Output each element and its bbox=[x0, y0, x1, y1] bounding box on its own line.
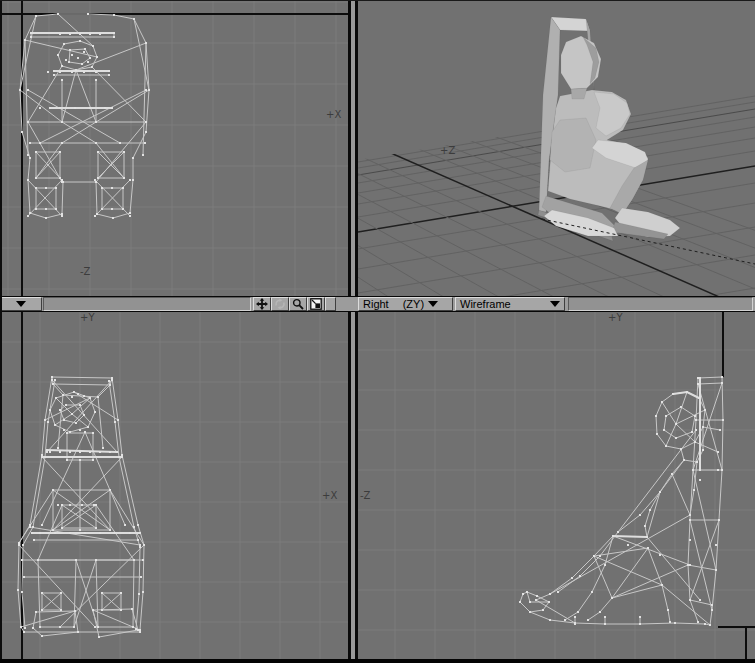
viewport-top[interactable]: +X-Z bbox=[0, 0, 348, 296]
next-toolbar-edge bbox=[0, 659, 755, 663]
window-edge bbox=[0, 0, 2, 663]
viewport-right[interactable]: +Y-Z bbox=[358, 312, 755, 659]
axis-label: +Z bbox=[440, 145, 455, 156]
magnifier-icon bbox=[292, 298, 304, 310]
move-icon bbox=[256, 298, 268, 310]
viewport-background bbox=[358, 312, 755, 659]
render-mode-dropdown[interactable]: Wireframe bbox=[455, 297, 565, 311]
axis-label: +Y bbox=[80, 312, 95, 323]
move-tool-button[interactable] bbox=[253, 297, 271, 311]
dropdown-arrow-icon bbox=[16, 301, 26, 307]
viewport-background bbox=[0, 312, 348, 659]
viewport-back[interactable]: +Y+X bbox=[0, 312, 348, 659]
view-type-label: Right bbox=[363, 298, 389, 310]
window-edge bbox=[0, 0, 755, 1]
rotate-icon bbox=[274, 298, 286, 310]
viewport-splitter[interactable] bbox=[348, 0, 358, 659]
render-mode-label: Wireframe bbox=[460, 298, 511, 310]
axis-label: -Z bbox=[80, 266, 91, 277]
axis-label: -Z bbox=[360, 490, 371, 501]
axis-label: +X bbox=[326, 109, 341, 120]
viewport-perspective[interactable]: +Z bbox=[358, 0, 755, 296]
axis-label: +Y bbox=[608, 312, 623, 323]
viewport-title-bar[interactable] bbox=[43, 297, 251, 311]
viewport-title-bar[interactable] bbox=[568, 297, 753, 311]
maximize-pane-button[interactable] bbox=[307, 297, 325, 311]
viewport-tool-buttons bbox=[253, 297, 336, 311]
modeler-window: +X-Z +Z +Y+X +Y-Z Right (ZY) Wireframe bbox=[0, 0, 755, 663]
view-type-dropdown[interactable]: Right (ZY) bbox=[358, 297, 453, 311]
zoom-tool-button[interactable] bbox=[289, 297, 307, 311]
rotate-tool-button[interactable] bbox=[271, 297, 289, 311]
viewport-type-dropdown[interactable] bbox=[0, 297, 42, 311]
blank-button[interactable] bbox=[325, 297, 336, 311]
axis-label: +X bbox=[322, 490, 337, 501]
dropdown-arrow-icon bbox=[550, 301, 560, 307]
viewport-control-bar: Right (ZY) Wireframe bbox=[0, 296, 755, 312]
dropdown-arrow-icon bbox=[428, 301, 438, 307]
view-axes-label: (ZY) bbox=[403, 298, 424, 310]
axis-labels: +Z bbox=[440, 145, 455, 156]
maximize-icon bbox=[310, 298, 322, 310]
viewport-background bbox=[0, 0, 348, 296]
